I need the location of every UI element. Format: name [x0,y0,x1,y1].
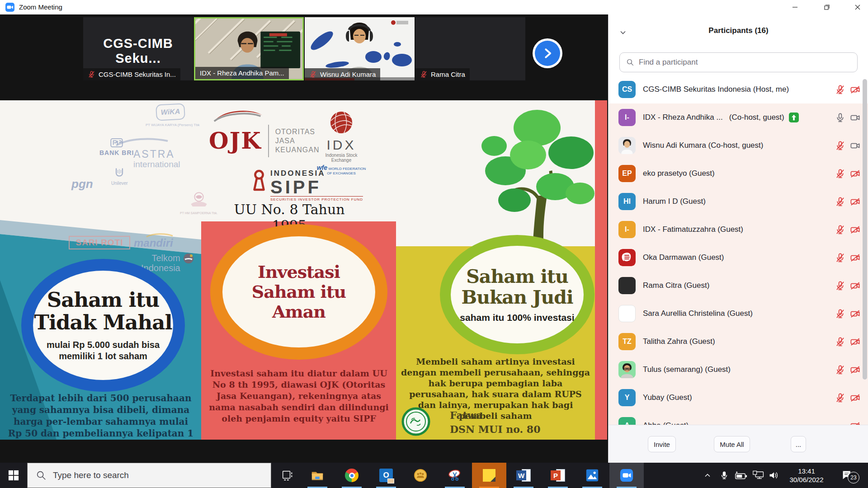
search-icon [36,470,47,481]
shared-screen-slide: WiKA PT WIJAYA KARYA (Persero) Tbk ASTRA… [0,100,607,440]
taskbar-app-zoom[interactable] [609,463,644,488]
sari-roti-logo: SARI ROTI [69,236,130,249]
participant-row[interactable]: CSCGS-CIMB Sekuritas Indonesia (Host, me… [609,75,868,103]
taskbar-app-ibm-notes[interactable] [403,463,438,488]
participant-row[interactable]: I-IDX - Rheza Andhika ... (Co-host, gues… [609,103,868,131]
avatar: Y [618,389,636,406]
restore-button[interactable] [816,0,837,14]
video-tile-label: Wisnu Adi Kumara [305,68,380,80]
participant-name: Yubay (Guest) [643,393,692,402]
taskbar-app-photos[interactable] [575,463,609,488]
camera-off-icon [850,197,860,207]
wika-caption: PT WIJAYA KARYA (Persero) Tbk [146,123,200,127]
participant-row[interactable]: AAbba (Guest) [609,412,868,425]
sipf-keyhole-icon [251,169,267,192]
tray-clock[interactable]: 13:41 30/06/2022 [783,467,830,484]
tray-date: 30/06/2022 [783,475,830,484]
invite-button[interactable]: Invite [648,436,676,452]
scrollbar-thumb[interactable] [863,79,867,380]
task-view-icon [281,469,293,482]
taskbar-app-file-explorer[interactable] [300,463,335,488]
participant-row[interactable]: Tulus (semarang) (Guest) [609,356,868,384]
window-titlebar: Zoom Meeting [0,0,868,14]
participant-row[interactable]: EPeko prasetyo (Guest) [609,160,868,188]
tray-time: 13:41 [783,467,830,475]
window-title: Zoom Meeting [19,3,62,11]
participant-row[interactable]: I-IDX - Fatimatuzzahra (Guest) [609,216,868,244]
next-page-button[interactable] [533,38,562,68]
participant-row[interactable]: Oka Darmawan (Guest) [609,244,868,272]
video-tile[interactable]: IDX - Rheza Andhika Pam... [194,17,304,80]
tray-battery-icon[interactable] [732,463,750,488]
mic-muted-icon [835,281,845,291]
video-tile[interactable]: CGS-CIMB Seku...CGS-CIMB Sekuritas In... [83,17,193,80]
tray-microphone-icon[interactable] [717,463,731,488]
zoom-icon [619,468,634,483]
unilever-logo: Unilever [111,167,128,186]
snipping-tool-icon [448,468,462,483]
taskbar-app-chrome[interactable] [335,463,369,488]
participant-search-input[interactable]: Find a participant [619,52,858,72]
minimize-icon [793,5,798,10]
camera-off-icon [850,253,860,263]
participant-name: CGS-CIMB Sekuritas Indonesia (Host, me) [643,85,789,94]
taskbar-app-word[interactable]: W [506,463,541,488]
mic-on-icon [835,113,845,123]
camera-on-icon [850,141,860,151]
circle-badge-3: Saham itu Bukan Judi saham itu 100% inve… [440,235,594,354]
participant-row[interactable]: YYubay (Guest) [609,384,868,412]
mic-muted-icon [835,141,845,151]
avatar [618,361,636,378]
camera-off-icon [850,169,860,179]
participant-name: Tulus (semarang) (Guest) [643,365,731,374]
tray-overflow-button[interactable] [700,463,715,488]
taskbar-search-input[interactable]: Type here to search [27,463,271,488]
taskbar-app-sticky-notes[interactable] [472,463,506,488]
participant-name: Rama Citra (Guest) [643,281,709,290]
participant-row[interactable]: Wisnu Adi Kumara (Co-host, guest) [609,131,868,160]
taskbar-app-outlook[interactable]: O [369,463,403,488]
video-tile[interactable]: Wisnu Adi Kumara [305,17,415,80]
participant-name: eko prasetyo (Guest) [643,169,715,178]
more-options-button[interactable]: ... [791,436,806,452]
video-tile-text: CGS-CIMB Seku... [83,36,193,66]
participant-row[interactable]: Sara Aurellia Christelina (Guest) [609,300,868,328]
mute-all-button[interactable]: Mute All [714,436,750,452]
chevron-right-icon [535,41,560,66]
camera-off-icon [850,393,860,403]
mic-muted-icon [835,225,845,235]
idx-globe-icon [329,110,354,135]
avatar: I- [618,221,636,238]
search-placeholder: Find a participant [639,58,698,67]
taskbar-app-powerpoint[interactable]: P [541,463,575,488]
avatar: TZ [618,333,636,350]
powerpoint-icon: P [551,469,565,482]
close-button[interactable] [847,0,868,14]
taskbar-app-snipping-tool[interactable] [438,463,472,488]
sampoerna-logo: PT HM SAMPOERNA Tbk. [180,190,217,215]
ibm-notes-icon [413,468,428,483]
minimize-button[interactable] [785,0,806,14]
participant-name: Harum I D (Guest) [643,197,706,206]
close-icon [855,5,860,10]
tray-network-icon[interactable] [750,463,767,488]
tray-volume-icon[interactable] [766,463,782,488]
participant-row[interactable]: TZTalitha Zahra (Guest) [609,328,868,356]
participants-panel: Participants (16) Find a participant CSC… [608,14,868,463]
camera-off-icon [850,84,860,95]
windows-logo-icon [8,470,19,481]
mic-muted-icon [835,84,845,95]
avatar: HI [618,193,636,210]
participant-row[interactable]: Rama Citra (Guest) [609,272,868,300]
avatar [618,249,636,266]
sticky-notes-icon [483,469,495,482]
mic-muted-icon [835,197,845,207]
indonesia-sipf-logo: INDONESIA SIPF SECURITIES INVESTOR PROTE… [251,169,363,202]
mic-muted-icon [835,309,845,319]
zoom-app-icon [5,3,14,12]
task-view-button[interactable] [274,463,300,488]
participant-row[interactable]: HIHarum I D (Guest) [609,188,868,216]
start-button[interactable] [0,463,27,488]
video-tile[interactable]: Rama Citra [415,17,525,80]
action-center-button[interactable]: 23 [835,463,865,488]
